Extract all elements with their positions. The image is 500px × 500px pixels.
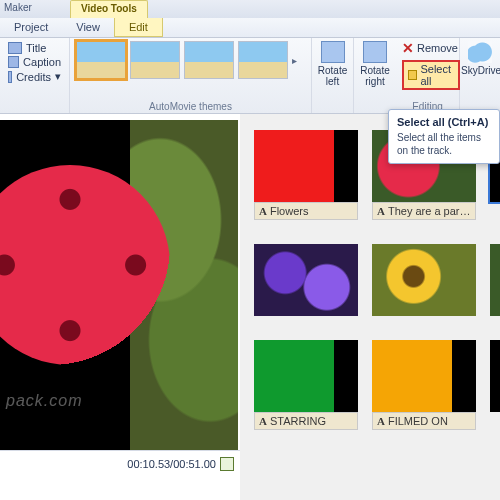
- clip-1-thumb[interactable]: [254, 130, 358, 202]
- clip-1[interactable]: AFlowers: [254, 130, 358, 220]
- tooltip-title: Select all (Ctrl+A): [397, 116, 491, 128]
- context-tab-strip: Video Tools: [0, 0, 500, 18]
- rotate-right-button[interactable]: Rotate right: [360, 41, 390, 87]
- skydrive-icon: [468, 41, 492, 63]
- menu-bar: Project View Edit: [0, 18, 500, 38]
- automovie-group-label: AutoMovie themes: [70, 101, 311, 112]
- skydrive-label: SkyDrive: [461, 65, 499, 76]
- clip-8-caption[interactable]: AFILMED ON: [372, 412, 476, 430]
- app-title: Maker: [0, 2, 32, 13]
- clip-9-thumb[interactable]: [490, 340, 500, 412]
- title-toggle[interactable]: Title: [6, 41, 63, 55]
- credits-icon: [8, 71, 12, 83]
- remove-x-icon: ✕: [402, 40, 414, 56]
- content-area: pack.com 00:10.53/00:51.00 AFlowers AThe…: [0, 114, 500, 500]
- skydrive-button[interactable]: SkyDrive: [461, 41, 499, 76]
- automovie-themes: ▸: [76, 41, 305, 79]
- clip-5-thumb[interactable]: [372, 244, 476, 316]
- clip-9[interactable]: [490, 340, 500, 430]
- clip-8-thumb[interactable]: [372, 340, 476, 412]
- theme-thumb-4[interactable]: [238, 41, 288, 79]
- frame-step-button[interactable]: [220, 457, 234, 471]
- select-all-icon: [408, 70, 417, 80]
- clip-5[interactable]: [372, 244, 476, 316]
- theme-more-icon[interactable]: ▸: [292, 55, 297, 66]
- credits-toggle[interactable]: Credits ▾: [6, 69, 63, 84]
- theme-thumb-1[interactable]: [76, 41, 126, 79]
- clip-4[interactable]: [254, 244, 358, 316]
- storyboard[interactable]: AFlowers AThey are a part of...: [240, 114, 500, 500]
- clip-7-caption[interactable]: ASTARRING: [254, 412, 358, 430]
- remove-button[interactable]: ✕Remove: [402, 40, 453, 56]
- credits-label: Credits: [16, 71, 51, 83]
- remove-label: Remove: [417, 42, 458, 54]
- rotate-left-label: Rotate left: [318, 65, 347, 87]
- select-all-label: Select all: [420, 63, 453, 87]
- caption-toggle[interactable]: Caption: [6, 55, 63, 69]
- rotate-left-icon: [321, 41, 345, 63]
- menu-edit[interactable]: Edit: [114, 18, 163, 37]
- clip-2-caption[interactable]: AThey are a part of...: [372, 202, 476, 220]
- preview-panel: pack.com 00:10.53/00:51.00: [0, 114, 240, 500]
- caption-label: Caption: [23, 56, 61, 68]
- tooltip-body: Select all the items on the track.: [397, 131, 491, 157]
- clip-1-caption[interactable]: AFlowers: [254, 202, 358, 220]
- caption-icon: [8, 56, 19, 68]
- clip-6-thumb[interactable]: [490, 244, 500, 316]
- theme-thumb-2[interactable]: [130, 41, 180, 79]
- clip-4-thumb[interactable]: [254, 244, 358, 316]
- preview-frame[interactable]: pack.com: [0, 120, 238, 450]
- clip-7-thumb[interactable]: [254, 340, 358, 412]
- time-text: 00:10.53/00:51.00: [127, 458, 216, 470]
- theme-thumb-3[interactable]: [184, 41, 234, 79]
- watermark: pack.com: [6, 392, 82, 410]
- select-all-button[interactable]: Select all: [402, 60, 460, 90]
- title-icon: [8, 42, 22, 54]
- menu-view[interactable]: View: [62, 18, 114, 37]
- clip-7[interactable]: ASTARRING: [254, 340, 358, 430]
- select-all-tooltip: Select all (Ctrl+A) Select all the items…: [388, 109, 500, 164]
- clip-8[interactable]: AFILMED ON: [372, 340, 476, 430]
- ribbon: Title Caption Credits ▾ ▸ AutoMovie them…: [0, 38, 500, 114]
- rotate-right-icon: [363, 41, 387, 63]
- menu-project[interactable]: Project: [0, 18, 62, 37]
- time-bar: 00:10.53/00:51.00: [0, 450, 240, 476]
- clip-6[interactable]: [490, 244, 500, 316]
- rotate-left-button[interactable]: Rotate left: [318, 41, 347, 87]
- title-label: Title: [26, 42, 46, 54]
- video-tools-tab[interactable]: Video Tools: [70, 0, 148, 18]
- rotate-right-label: Rotate right: [360, 65, 390, 87]
